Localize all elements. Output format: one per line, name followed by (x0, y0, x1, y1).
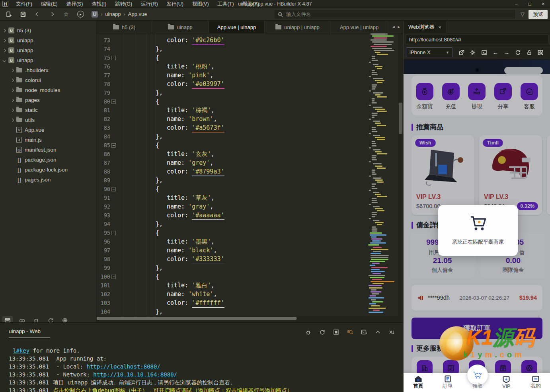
device-selector[interactable]: iPhone X ▼ (406, 47, 453, 57)
chevron-right-icon[interactable] (11, 88, 14, 92)
code-line-77[interactable]: 77name: 'pink', (97, 71, 365, 80)
minimize-button[interactable]: – (509, 0, 523, 8)
tab-home[interactable]: 首頁 (406, 375, 430, 390)
menu-item-1[interactable]: 编辑(E) (37, 0, 62, 8)
code-line-104[interactable]: 104}, (97, 307, 365, 316)
lock-icon[interactable] (525, 49, 533, 57)
code-line-80[interactable]: 80{ (97, 97, 365, 106)
code-line-87[interactable]: 87name: 'grey', (97, 158, 365, 167)
code-line-98[interactable]: 98color: '#333333' (97, 255, 365, 263)
refresh-icon[interactable] (514, 49, 522, 57)
chevron-right-icon[interactable] (11, 118, 14, 121)
tree-item-package.json[interactable]: [ ]package.json (0, 155, 96, 165)
chevron-right-icon[interactable] (3, 29, 6, 32)
menu-item-8[interactable]: 工具(T) (213, 0, 238, 8)
vscroll-thumb[interactable] (399, 103, 402, 134)
tree-item-uniapp[interactable]: Uuniapp (0, 45, 96, 55)
browser-tab[interactable]: Web浏览器 × (404, 21, 446, 33)
code-line-73[interactable]: 73color: '#9c26b0' (97, 36, 365, 45)
chevron-right-icon[interactable] (11, 108, 14, 111)
fold-marker-icon[interactable] (111, 99, 116, 104)
tree-item-uniapp[interactable]: Uuniapp (0, 35, 96, 45)
back-button[interactable] (32, 10, 43, 19)
console-tab[interactable]: uinapp - Web (9, 328, 50, 338)
file-search-box[interactable] (274, 10, 516, 19)
forward-button[interactable] (46, 10, 57, 19)
chevron-right-icon[interactable] (11, 98, 14, 101)
browser-tab-close-icon[interactable]: × (439, 24, 442, 30)
browser-settings-icon[interactable] (469, 49, 477, 57)
tree-item-uinapp[interactable]: Uuinapp (0, 55, 96, 65)
log-link[interactable]: l#key (13, 347, 29, 354)
code-line-81[interactable]: 81title: '棕褐', (97, 106, 365, 115)
log-link[interactable]: http://localhost:8080/ (86, 363, 160, 370)
chevron-right-icon[interactable] (11, 78, 14, 82)
code-line-96[interactable]: 96title: '墨黑', (97, 237, 365, 246)
code-line-82[interactable]: 82name: 'brown', (97, 115, 365, 123)
code-line-83[interactable]: 83color: '#a5673f' (97, 123, 365, 132)
menu-item-6[interactable]: 发行(U) (162, 0, 188, 8)
code-line-89[interactable]: 89}, (97, 176, 365, 185)
collapse-panel-icon[interactable] (374, 328, 381, 335)
tree-item-static[interactable]: static (0, 105, 96, 115)
code-line-75[interactable]: 75{ (97, 53, 365, 62)
chevron-down-icon[interactable] (3, 59, 6, 62)
tree-item-package-lock.json[interactable]: [ ]package-lock.json (0, 165, 96, 175)
menu-item-2[interactable]: 选择(S) (62, 0, 88, 8)
editor-tab-3[interactable]: uniapp | uniapp (265, 21, 331, 33)
tree-item-main.js[interactable]: Jmain.js (0, 135, 96, 145)
tab-mine[interactable]: 我的 (524, 375, 548, 390)
tree-item-node_modules[interactable]: node_modules (0, 85, 96, 95)
hscroll-thumb[interactable] (97, 317, 296, 320)
editor-tab-2[interactable]: App.vue | uinapp (209, 21, 265, 33)
chevron-right-icon[interactable] (11, 68, 14, 72)
log-link[interactable]: http://10.10.10.164:8080/ (93, 371, 177, 378)
editor-minimap[interactable] (365, 33, 398, 316)
menu-item-3[interactable]: 查找(I) (87, 0, 111, 8)
qr-grid-icon[interactable] (536, 49, 544, 57)
code-line-97[interactable]: 97name: 'black', (97, 246, 365, 255)
filter-icon[interactable]: ▽ (521, 11, 525, 17)
code-line-78[interactable]: 78color: '#e03997' (97, 80, 365, 88)
tree-item-utils[interactable]: utils (0, 115, 96, 125)
nav-back-icon[interactable]: ← (491, 49, 499, 57)
tree-item-pages[interactable]: pages (0, 95, 96, 105)
fold-marker-icon[interactable] (111, 143, 116, 148)
new-terminal-icon[interactable] (360, 328, 367, 335)
menu-item-0[interactable]: 文件(F) (12, 0, 37, 8)
devtools-console-icon[interactable] (480, 49, 488, 57)
maximize-button[interactable]: □ (523, 0, 536, 8)
fold-marker-icon[interactable] (111, 275, 116, 279)
run-button[interactable]: ▸ (75, 10, 86, 19)
code-line-92[interactable]: 92name: 'gray', (97, 202, 365, 211)
editor-vertical-scrollbar[interactable] (398, 33, 403, 316)
editor-tab-4[interactable]: App.vue | uniapp (331, 21, 388, 33)
code-line-90[interactable]: 90{ (97, 185, 365, 193)
new-file-button[interactable] (3, 10, 14, 19)
code-line-84[interactable]: 84}, (97, 132, 365, 141)
code-line-95[interactable]: 95{ (97, 228, 365, 237)
clear-log-icon[interactable] (388, 328, 395, 335)
save-button[interactable] (18, 10, 29, 19)
open-external-icon[interactable] (458, 49, 466, 57)
breadcrumb-file[interactable]: App.vue (128, 11, 147, 17)
code-line-93[interactable]: 93color: '#aaaaaa' (97, 211, 365, 220)
code-line-102[interactable]: 102name: 'white', (97, 290, 365, 298)
tree-item-.hbuilderx[interactable]: .hbuilderx (0, 65, 96, 75)
code-line-86[interactable]: 86title: '玄灰', (97, 150, 365, 158)
app-preview-viewport[interactable]: 余額寶 充值 提現 分享 客服 (404, 60, 550, 392)
code-line-91[interactable]: 91title: '草灰', (97, 193, 365, 202)
nav-forward-icon[interactable]: → (503, 49, 511, 57)
debug-icon[interactable] (304, 328, 312, 335)
star-icon[interactable]: ☆ (60, 10, 72, 19)
code-line-85[interactable]: 85{ (97, 141, 365, 150)
fold-marker-icon[interactable] (111, 231, 116, 235)
search-log-icon[interactable] (346, 328, 353, 335)
editor-tab-1[interactable]: uinapp (152, 21, 209, 33)
code-editor[interactable]: 73color: '#9c26b0'74},75{76title: '桃粉',7… (97, 33, 365, 316)
code-line-79[interactable]: 79}, (97, 88, 365, 97)
code-line-103[interactable]: 103color: '#ffffff' (97, 298, 365, 307)
tree-item-pages.json[interactable]: [ ]pages.json (0, 175, 96, 185)
tabs-scroll-left-icon[interactable]: ◂ (392, 24, 395, 29)
stop-icon[interactable] (332, 328, 339, 335)
